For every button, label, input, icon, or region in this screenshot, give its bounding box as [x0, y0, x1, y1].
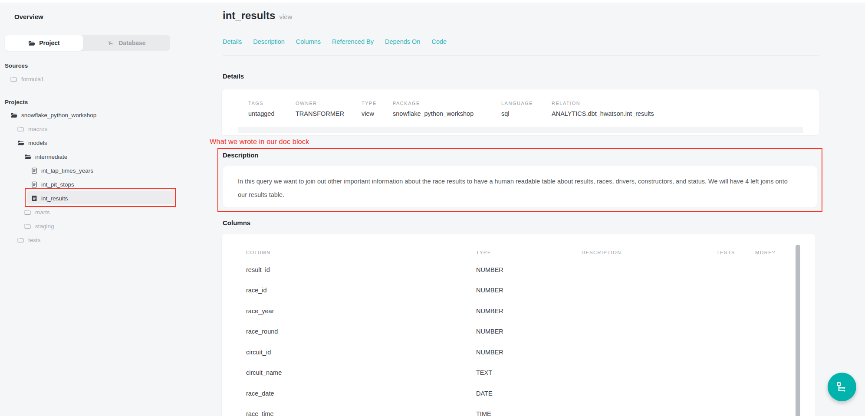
detail-field-owner: OWNERTRANSFORMER [296, 101, 362, 117]
details-fields: TAGSuntaggedOWNERTRANSFORMERTYPEviewPACK… [222, 89, 819, 117]
cell-type: TEXT [476, 369, 582, 376]
cell-type: DATE [476, 390, 582, 397]
main-content: int_resultsview DetailsDescriptionColumn… [0, 0, 868, 416]
folder-icon [10, 76, 17, 82]
tab-details[interactable]: Details [223, 38, 242, 45]
tab-columns[interactable]: Columns [296, 38, 321, 45]
tree-item-int_results[interactable]: int_results [0, 191, 200, 205]
cell-type: NUMBER [476, 328, 582, 335]
description-heading: Description [223, 151, 259, 159]
tab-depends-on[interactable]: Depends On [385, 38, 420, 45]
cell-type: NUMBER [476, 349, 582, 356]
detail-field-value: untagged [248, 110, 296, 117]
cell-column: race_time [237, 410, 476, 416]
tree-item-label: tests [28, 237, 41, 243]
cell-column: race_date [237, 390, 476, 397]
lineage-icon [835, 380, 849, 394]
detail-field-value: sql [501, 110, 552, 117]
detail-field-label: LANGUAGE [501, 101, 552, 106]
tree-item-label: snowflake_python_workshop [21, 112, 96, 118]
detail-field-label: TYPE [362, 101, 393, 106]
tab-divider [223, 55, 819, 56]
detail-field-language: LANGUAGEsql [501, 101, 552, 117]
detail-field-label: RELATION [552, 101, 654, 106]
columns-table: COLUMNTYPEDESCRIPTIONTESTSMORE? result_i… [222, 234, 815, 416]
tree-item-label: staging [35, 223, 54, 229]
tree-item-label: int_lap_times_years [41, 167, 93, 174]
columns-card: COLUMNTYPEDESCRIPTIONTESTSMORE? result_i… [221, 234, 816, 416]
columns-heading: Columns [223, 219, 250, 226]
detail-field-relation: RELATIONANALYTICS.dbt_hwatson.int_result… [552, 101, 654, 117]
model-type-label: view [279, 13, 292, 20]
detail-field-value: snowflake_python_workshop [393, 110, 501, 117]
tree-item-label: intermediate [35, 154, 67, 160]
detail-field-tags: TAGSuntagged [248, 101, 296, 117]
dbt-docs-page: Overview Project Database Sources formul… [0, 0, 868, 416]
folder-open-icon [10, 112, 17, 118]
tab-referenced-by[interactable]: Referenced By [332, 38, 374, 45]
details-heading: Details [223, 72, 244, 80]
tree-item-label: int_results [41, 195, 68, 202]
table-row-race_round[interactable]: race_roundNUMBER [237, 321, 815, 342]
file-icon [31, 167, 37, 174]
cell-type: NUMBER [476, 308, 582, 314]
cell-column: result_id [237, 266, 476, 273]
details-collapsed-strip [238, 127, 803, 133]
tree-item-label: int_pit_stops [41, 181, 74, 188]
column-header-description: DESCRIPTION [582, 250, 717, 255]
page-title: int_resultsview [223, 10, 292, 22]
cell-column: race_year [237, 308, 476, 314]
cell-column: circuit_name [237, 369, 476, 376]
cell-column: circuit_id [237, 349, 476, 356]
table-row-race_date[interactable]: race_dateDATE [237, 383, 815, 404]
cell-type: TIME [476, 410, 582, 416]
folder-open-icon [24, 154, 31, 160]
columns-table-header: COLUMNTYPEDESCRIPTIONTESTSMORE? [237, 250, 815, 255]
cell-column: race_round [237, 328, 476, 335]
tab-description[interactable]: Description [253, 38, 285, 45]
tree-item-label: marts [35, 209, 50, 216]
column-header-tests: TESTS [717, 250, 755, 255]
file-icon [31, 181, 37, 188]
table-row-result_id[interactable]: result_idNUMBER [237, 259, 815, 280]
lineage-graph-button[interactable] [828, 373, 856, 401]
description-card: In this query we want to join out other … [223, 166, 817, 207]
columns-table-body: result_idNUMBERrace_idNUMBERrace_yearNUM… [237, 259, 815, 416]
folder-icon [17, 237, 24, 243]
detail-field-label: PACKAGE [393, 101, 501, 106]
detail-field-type: TYPEview [362, 101, 393, 117]
detail-field-value: ANALYTICS.dbt_hwatson.int_results [552, 110, 654, 117]
table-row-race_id[interactable]: race_idNUMBER [237, 280, 815, 301]
tab-code[interactable]: Code [431, 38, 447, 45]
folder-icon [17, 126, 24, 132]
description-text: In this query we want to join out other … [223, 166, 805, 202]
table-row-circuit_id[interactable]: circuit_idNUMBER [237, 342, 815, 363]
table-row-race_year[interactable]: race_yearNUMBER [237, 301, 815, 321]
column-header-type: TYPE [476, 250, 582, 255]
detail-field-label: TAGS [248, 101, 296, 106]
table-row-circuit_name[interactable]: circuit_nameTEXT [237, 363, 815, 383]
annotation-text: What we wrote in our doc block [210, 138, 309, 146]
table-scrollbar[interactable] [794, 243, 802, 416]
detail-field-label: OWNER [296, 101, 362, 106]
details-card: TAGSuntaggedOWNERTRANSFORMERTYPEviewPACK… [221, 89, 819, 136]
cell-type: NUMBER [476, 287, 582, 294]
column-header-more: MORE? [755, 250, 799, 255]
folder-open-icon [17, 140, 24, 146]
file-solid-icon [31, 195, 37, 202]
folder-icon [24, 223, 31, 229]
folder-icon [24, 209, 31, 216]
tabs: DetailsDescriptionColumnsReferenced ByDe… [223, 38, 447, 45]
detail-field-value: view [362, 110, 393, 117]
tree-item-label: formula1 [21, 76, 44, 82]
model-name: int_results [223, 10, 275, 21]
cell-column: race_id [237, 287, 476, 294]
tree-item-label: macros [28, 126, 47, 132]
tree-item-label: models [28, 140, 47, 146]
detail-field-value: TRANSFORMER [296, 110, 362, 117]
column-header-column: COLUMN [237, 250, 476, 255]
detail-field-package: PACKAGEsnowflake_python_workshop [393, 101, 501, 117]
table-row-race_time[interactable]: race_timeTIME [237, 404, 815, 416]
cell-type: NUMBER [476, 266, 582, 273]
table-scrollbar-thumb[interactable] [796, 245, 800, 416]
